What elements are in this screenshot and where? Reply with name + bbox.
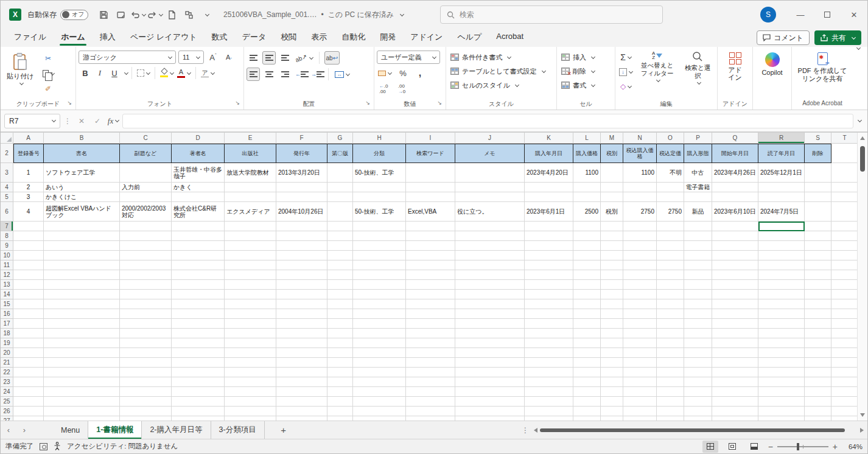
ribbon-tab[interactable]: 自動化 — [334, 29, 373, 47]
cell-P20[interactable] — [684, 348, 712, 358]
cell-I15[interactable] — [406, 299, 455, 309]
cell-I8[interactable] — [406, 231, 455, 241]
cell-P23[interactable] — [684, 377, 712, 387]
wrap-text-button[interactable]: ab↩ — [324, 51, 340, 65]
cell-E16[interactable] — [225, 309, 276, 319]
cell-E13[interactable] — [225, 280, 276, 290]
addins-button[interactable]: アドイン — [724, 49, 747, 82]
cell-H16[interactable] — [353, 309, 406, 319]
column-header-A[interactable]: A — [13, 133, 44, 144]
cell-A9[interactable] — [13, 241, 44, 251]
cell-S8[interactable] — [805, 231, 831, 241]
cell-I19[interactable] — [406, 338, 455, 348]
cell-I10[interactable] — [406, 251, 455, 260]
cell-E7[interactable] — [225, 222, 276, 231]
cell-C24[interactable] — [120, 387, 172, 397]
cell-H20[interactable] — [353, 348, 406, 358]
cell-Q3[interactable]: 2023年4月26日 — [712, 163, 758, 183]
cell-E22[interactable] — [225, 368, 276, 377]
cell-P9[interactable] — [684, 241, 712, 251]
cell-L20[interactable] — [573, 348, 601, 358]
orientation-button[interactable]: ab↗ — [294, 51, 314, 65]
cell-L25[interactable] — [573, 397, 601, 407]
cell-C27[interactable] — [120, 416, 172, 421]
cell-Q27[interactable] — [712, 416, 758, 421]
cell-Q22[interactable] — [712, 368, 758, 377]
scroll-right-arrow-icon[interactable] — [860, 428, 864, 433]
cell-D21[interactable] — [172, 358, 225, 368]
cell-N8[interactable] — [623, 231, 657, 241]
cell-K11[interactable] — [525, 260, 573, 270]
cell-C8[interactable] — [120, 231, 172, 241]
cell-B12[interactable] — [44, 270, 120, 280]
cell-F5[interactable] — [276, 192, 327, 202]
cell-H14[interactable] — [353, 290, 406, 299]
cell-S26[interactable] — [805, 407, 831, 416]
cell-L11[interactable] — [573, 260, 601, 270]
cell-P5[interactable] — [684, 192, 712, 202]
column-header-G[interactable]: G — [327, 133, 353, 144]
cell-O3[interactable]: 不明 — [657, 163, 684, 183]
cell-S22[interactable] — [805, 368, 831, 377]
cell-B7[interactable] — [44, 222, 120, 231]
cell-R24[interactable] — [758, 387, 805, 397]
cell-F12[interactable] — [276, 270, 327, 280]
cell-O14[interactable] — [657, 290, 684, 299]
cell-K12[interactable] — [525, 270, 573, 280]
cell-K6[interactable]: 2023年6月1日 — [525, 202, 573, 222]
cell-R6[interactable]: 2024年7月5日 — [758, 202, 805, 222]
macro-record-icon[interactable] — [40, 443, 47, 450]
cell-J13[interactable] — [455, 280, 525, 290]
cell-F22[interactable] — [276, 368, 327, 377]
cell-O24[interactable] — [657, 387, 684, 397]
row-header-5[interactable]: 5 — [1, 192, 13, 202]
row-header-12[interactable]: 12 — [1, 270, 13, 280]
cell-I13[interactable] — [406, 280, 455, 290]
share-button[interactable]: 共有 — [814, 30, 861, 45]
cell-K24[interactable] — [525, 387, 573, 397]
cell-R22[interactable] — [758, 368, 805, 377]
cell-B3[interactable]: ソフトウェア工学 — [44, 163, 120, 183]
cell-D14[interactable] — [172, 290, 225, 299]
cell-F26[interactable] — [276, 407, 327, 416]
cell-O19[interactable] — [657, 338, 684, 348]
cell-C12[interactable] — [120, 270, 172, 280]
cell-H18[interactable] — [353, 329, 406, 338]
cell-J2[interactable]: メモ — [455, 144, 525, 163]
cell-C5[interactable] — [120, 192, 172, 202]
cell-F8[interactable] — [276, 231, 327, 241]
cell-Q12[interactable] — [712, 270, 758, 280]
cell-N14[interactable] — [623, 290, 657, 299]
cell-A2[interactable]: 登録番号 — [13, 144, 44, 163]
cell-O6[interactable]: 2750 — [657, 202, 684, 222]
cell-D5[interactable] — [172, 192, 225, 202]
cell-E27[interactable] — [225, 416, 276, 421]
row-header-7[interactable]: 7 — [1, 222, 13, 231]
cell-A21[interactable] — [13, 358, 44, 368]
merge-center-button[interactable]: ↔ — [334, 68, 351, 81]
cell-H23[interactable] — [353, 377, 406, 387]
cell-J10[interactable] — [455, 251, 525, 260]
cell-R25[interactable] — [758, 397, 805, 407]
cell-C2[interactable]: 副題など — [120, 144, 172, 163]
cell-E17[interactable] — [225, 319, 276, 329]
cell-T3[interactable] — [831, 163, 857, 183]
column-header-R[interactable]: R — [758, 133, 805, 144]
cell-M21[interactable] — [601, 358, 623, 368]
font-dialog-launcher[interactable]: ↘ — [235, 100, 240, 106]
cell-M10[interactable] — [601, 251, 623, 260]
cell-I6[interactable]: Excel,VBA — [406, 202, 455, 222]
ribbon-tab[interactable]: データ — [235, 29, 274, 47]
cell-O22[interactable] — [657, 368, 684, 377]
cell-F14[interactable] — [276, 290, 327, 299]
cell-H5[interactable] — [353, 192, 406, 202]
cell-S4[interactable] — [805, 183, 831, 192]
right-align-button[interactable] — [278, 68, 292, 81]
cell-J27[interactable] — [455, 416, 525, 421]
cell-M22[interactable] — [601, 368, 623, 377]
cell-I7[interactable] — [406, 222, 455, 231]
cell-A6[interactable]: 4 — [13, 202, 44, 222]
cell-E12[interactable] — [225, 270, 276, 280]
cell-B24[interactable] — [44, 387, 120, 397]
cell-R11[interactable] — [758, 260, 805, 270]
